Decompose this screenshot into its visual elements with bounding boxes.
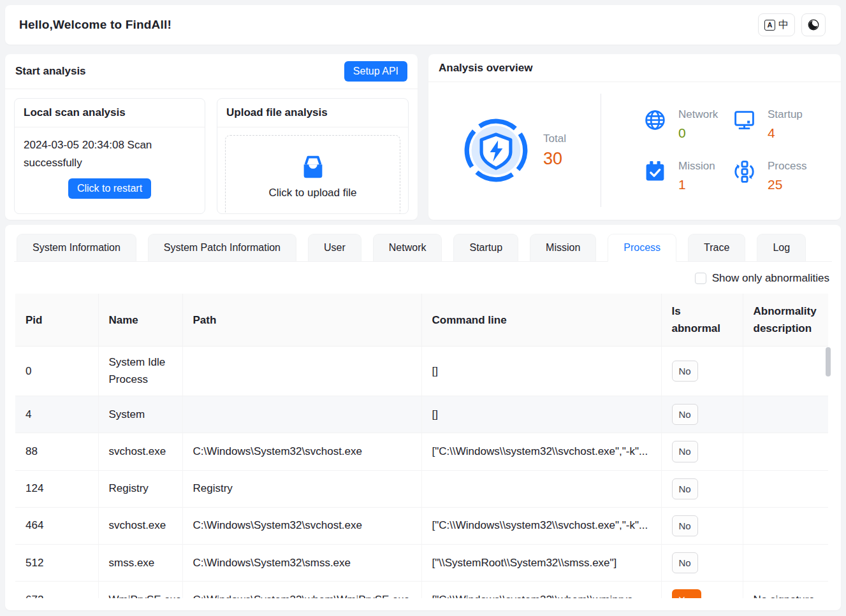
setup-api-button[interactable]: Setup API (344, 61, 407, 82)
start-analysis-title: Start analysis (15, 65, 86, 78)
theme-toggle-button[interactable] (801, 13, 826, 36)
table-cell-description (743, 470, 828, 507)
monitor-icon (733, 108, 756, 134)
col-header-name: Name (98, 294, 182, 347)
abnormal-no-badge: No (672, 515, 698, 536)
col-header-abnormality-description: Abnormality description (743, 294, 828, 347)
table-row: 124RegistryRegistryNo (15, 470, 828, 507)
calendar-check-icon (643, 160, 667, 186)
table-cell: C:\Windows\System32\smss.exe (182, 545, 421, 582)
upload-file-title: Upload file analysis (217, 99, 408, 127)
table-cell: ["\\SystemRoot\\System32\\smss.exe"] (421, 545, 661, 582)
table-cell: 88 (15, 433, 98, 470)
table-cell-is-abnormal: No (661, 433, 743, 470)
table-cell (182, 396, 421, 433)
table-cell: C:\Windows\System32\svchost.exe (182, 507, 421, 544)
total-value: 30 (543, 149, 566, 169)
tab-log[interactable]: Log (757, 234, 806, 262)
table-cell-is-abnormal: No (661, 347, 743, 396)
table-row: 4System[]No (15, 396, 828, 433)
top-header: Hello,Welcome to FindAll! A 中 (5, 5, 841, 45)
analysis-overview-panel: Analysis overview Total 30 Netw (428, 54, 841, 220)
show-only-abnormalities-label: Show only abnormalities (712, 272, 829, 285)
tab-user[interactable]: User (308, 234, 361, 262)
stat-startup: Startup4 (733, 108, 822, 141)
process-table-wrap: Pid Name Path Command line Is abnormal A… (15, 294, 831, 598)
abnormal-no-badge: No (672, 478, 698, 499)
table-cell: ["C:\\Windows\\system32\\wbem\\wmiprvs..… (421, 582, 661, 598)
shield-bolt-icon (463, 117, 529, 183)
upload-dropzone[interactable]: Click to upload file (225, 135, 400, 214)
workflow-icon (733, 160, 756, 186)
tab-network[interactable]: Network (373, 234, 442, 262)
vertical-scrollbar-thumb[interactable] (826, 347, 831, 376)
restart-scan-button[interactable]: Click to restart (68, 178, 151, 199)
table-cell: [] (421, 347, 661, 396)
stat-value: 1 (678, 177, 715, 192)
translate-icon: A (764, 20, 775, 31)
stat-label: Mission (678, 160, 715, 173)
col-header-path: Path (182, 294, 421, 347)
header-actions: A 中 (758, 13, 826, 36)
table-cell (182, 347, 421, 396)
chinese-language-label: 中 (778, 18, 789, 32)
analysis-overview-title: Analysis overview (439, 62, 532, 75)
table-cell: WmiPrvSE.exe (98, 582, 182, 598)
analysis-detail-panel: System InformationSystem Patch Informati… (5, 225, 841, 610)
table-cell-description (743, 507, 828, 544)
tab-system-information[interactable]: System Information (17, 234, 136, 262)
upload-file-card: Upload file analysis Click to upload fil… (217, 98, 409, 214)
table-cell-is-abnormal: No (661, 470, 743, 507)
show-only-abnormalities-checkbox[interactable] (695, 273, 706, 284)
stat-label: Process (768, 160, 806, 173)
table-cell: C:\Windows\System32\svchost.exe (182, 433, 421, 470)
table-cell: [] (421, 396, 661, 433)
upload-label: Click to upload file (269, 187, 357, 199)
table-cell: Registry (182, 470, 421, 507)
table-cell: smss.exe (98, 545, 182, 582)
table-cell (421, 470, 661, 507)
table-cell-is-abnormal: No (661, 396, 743, 433)
tab-mission[interactable]: Mission (530, 234, 596, 262)
stat-grid: Network0Startup4Mission1Process25 (601, 104, 841, 196)
table-cell: 512 (15, 545, 98, 582)
tab-system-patch-information[interactable]: System Patch Information (148, 234, 296, 262)
stat-mission: Mission1 (643, 160, 733, 192)
table-row: 88svchost.exeC:\Windows\System32\svchost… (15, 433, 828, 470)
stat-process: Process25 (733, 160, 822, 192)
local-scan-card: Local scan analysis 2024-03-05 20:34:08 … (14, 98, 205, 214)
abnormal-no-badge: No (672, 404, 698, 425)
table-cell: ["C:\\Windows\\system32\\svchost.exe","-… (421, 433, 661, 470)
language-toggle-button[interactable]: A 中 (758, 13, 795, 36)
table-cell: System (98, 396, 182, 433)
table-cell: Registry (98, 470, 182, 507)
abnormal-yes-badge: Yes (672, 589, 701, 598)
table-cell-is-abnormal: No (661, 545, 743, 582)
tab-trace[interactable]: Trace (688, 234, 745, 262)
page: Hello,Welcome to FindAll! A 中 Start anal… (0, 0, 846, 616)
table-cell-description (743, 433, 828, 470)
upload-box-icon (298, 153, 328, 181)
stat-value: 0 (678, 125, 718, 141)
globe-icon (643, 108, 667, 134)
page-title: Hello,Welcome to FindAll! (19, 18, 171, 32)
total-label: Total (543, 133, 566, 145)
stat-label: Network (678, 108, 718, 121)
start-analysis-panel: Start analysis Setup API Local scan anal… (5, 54, 418, 220)
table-cell: 124 (15, 470, 98, 507)
scan-status-text: 2024-03-05 20:34:08 Scan successfully (24, 136, 196, 172)
total-block: Total 30 (428, 117, 601, 183)
table-cell: System Idle Process (98, 347, 182, 396)
col-header-pid: Pid (15, 294, 98, 347)
stat-value: 25 (768, 177, 806, 192)
table-cell: svchost.exe (98, 433, 182, 470)
table-cell: 0 (15, 347, 98, 396)
table-header-row: Pid Name Path Command line Is abnormal A… (15, 294, 828, 347)
tab-startup[interactable]: Startup (453, 234, 518, 262)
table-cell-description (743, 545, 828, 582)
tab-process[interactable]: Process (608, 234, 676, 262)
table-cell-description: No signature (743, 582, 828, 598)
table-cell: 464 (15, 507, 98, 544)
process-table: Pid Name Path Command line Is abnormal A… (15, 294, 828, 598)
table-row: 672WmiPrvSE.exeC:\Windows\System32\wbem\… (15, 582, 828, 598)
